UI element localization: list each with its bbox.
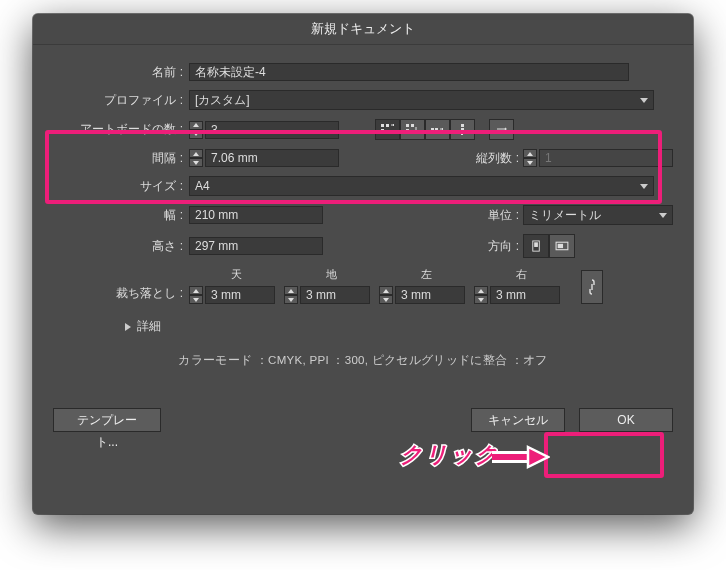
svg-rect-6 bbox=[431, 128, 434, 131]
label-artboards: アートボードの数 : bbox=[53, 121, 189, 138]
svg-rect-11 bbox=[534, 242, 538, 247]
svg-rect-4 bbox=[406, 129, 409, 132]
bleed-left-input[interactable] bbox=[395, 286, 465, 304]
svg-rect-2 bbox=[381, 129, 384, 132]
ok-button[interactable]: OK bbox=[579, 408, 673, 432]
orientation-portrait-icon[interactable] bbox=[523, 234, 549, 258]
label-bleed-right: 右 bbox=[474, 267, 569, 282]
template-button[interactable]: テンプレート... bbox=[53, 408, 161, 432]
label-spacing: 間隔 : bbox=[53, 150, 189, 167]
size-dropdown[interactable]: A4 bbox=[189, 176, 654, 196]
units-value: ミリメートル bbox=[529, 206, 601, 224]
annotation-click-label: クリック bbox=[400, 440, 500, 470]
bleed-top-input[interactable] bbox=[205, 286, 275, 304]
columns-input bbox=[539, 149, 673, 167]
svg-rect-1 bbox=[386, 124, 389, 127]
width-input[interactable] bbox=[189, 206, 323, 224]
size-value: A4 bbox=[195, 177, 210, 195]
label-units: 単位 : bbox=[464, 207, 519, 224]
spinner-up-icon[interactable] bbox=[189, 121, 203, 130]
arrange-row-rtl-icon[interactable] bbox=[425, 119, 450, 140]
spinner-down-icon[interactable] bbox=[189, 130, 203, 139]
svg-rect-3 bbox=[406, 124, 409, 127]
cancel-button[interactable]: キャンセル bbox=[471, 408, 565, 432]
mode-info: カラーモード ：CMYK, PPI ：300, ピクセルグリッドに整合 ：オフ bbox=[53, 353, 673, 368]
new-document-dialog: 新規ドキュメント 名前 : プロファイル : [カスタム] アートボードの数 : bbox=[33, 14, 693, 514]
svg-rect-0 bbox=[381, 124, 384, 127]
svg-rect-8 bbox=[461, 124, 464, 127]
details-toggle[interactable]: 詳細 bbox=[137, 318, 161, 335]
label-width: 幅 : bbox=[53, 207, 189, 224]
arrange-grid-row-icon[interactable] bbox=[375, 119, 400, 140]
bleed-top-spinner[interactable] bbox=[189, 286, 203, 304]
label-bleed-bottom: 地 bbox=[284, 267, 379, 282]
label-bleed-top: 天 bbox=[189, 267, 284, 282]
bleed-right-spinner[interactable] bbox=[474, 286, 488, 304]
bleed-right-input[interactable] bbox=[490, 286, 560, 304]
spacing-input[interactable] bbox=[205, 149, 339, 167]
arrange-grid-col-icon[interactable] bbox=[400, 119, 425, 140]
artboards-spinner[interactable] bbox=[189, 121, 203, 139]
label-columns: 縦列数 : bbox=[459, 150, 519, 167]
name-input[interactable] bbox=[189, 63, 629, 81]
arrange-col-icon[interactable] bbox=[450, 119, 475, 140]
chevron-down-icon bbox=[659, 213, 667, 218]
label-orientation: 方向 : bbox=[464, 238, 519, 255]
profile-dropdown[interactable]: [カスタム] bbox=[189, 90, 654, 110]
spacing-spinner[interactable] bbox=[189, 149, 203, 167]
profile-value: [カスタム] bbox=[195, 91, 250, 109]
label-profile: プロファイル : bbox=[53, 92, 189, 109]
label-bleed: 裁ち落とし : bbox=[53, 285, 189, 304]
bleed-left-spinner[interactable] bbox=[379, 286, 393, 304]
units-dropdown[interactable]: ミリメートル bbox=[523, 205, 673, 225]
artboards-input[interactable] bbox=[205, 121, 339, 139]
svg-rect-5 bbox=[411, 124, 414, 127]
label-name: 名前 : bbox=[53, 64, 189, 81]
disclosure-triangle-icon[interactable] bbox=[125, 323, 131, 331]
orientation-group bbox=[523, 234, 673, 258]
bleed-bottom-input[interactable] bbox=[300, 286, 370, 304]
height-input[interactable] bbox=[189, 237, 323, 255]
svg-rect-9 bbox=[461, 128, 464, 131]
chevron-down-icon bbox=[640, 98, 648, 103]
bleed-bottom-spinner[interactable] bbox=[284, 286, 298, 304]
artboard-arrange-group bbox=[375, 119, 475, 140]
chevron-down-icon bbox=[640, 184, 648, 189]
label-height: 高さ : bbox=[53, 238, 189, 255]
label-size: サイズ : bbox=[53, 178, 189, 195]
svg-rect-13 bbox=[557, 243, 562, 247]
annotation-arrow-icon bbox=[490, 444, 550, 470]
dialog-title: 新規ドキュメント bbox=[33, 14, 693, 45]
svg-rect-7 bbox=[435, 128, 438, 131]
label-bleed-left: 左 bbox=[379, 267, 474, 282]
columns-spinner bbox=[523, 149, 537, 167]
arrange-rtl-toggle-icon[interactable] bbox=[489, 119, 514, 140]
orientation-landscape-icon[interactable] bbox=[549, 234, 575, 258]
link-bleed-icon[interactable] bbox=[581, 270, 603, 304]
